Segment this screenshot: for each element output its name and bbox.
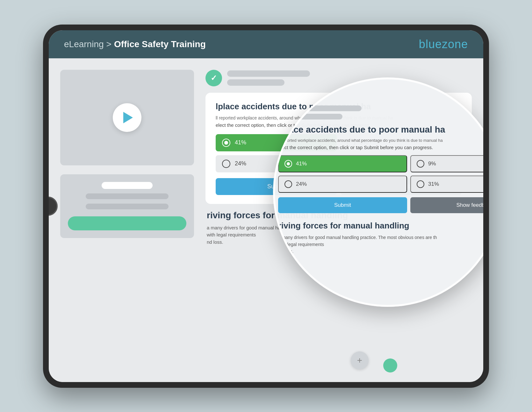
mag-check-circle: ✓ bbox=[278, 105, 293, 120]
mag-bar-medium bbox=[298, 114, 342, 119]
video-block[interactable] bbox=[60, 70, 194, 165]
check-bar-medium-1 bbox=[227, 79, 284, 86]
radio-24-bg bbox=[222, 160, 230, 168]
lower-text-line3: nd loss. bbox=[207, 239, 223, 245]
mag-radio-9 bbox=[417, 160, 424, 168]
green-indicator-circle bbox=[383, 358, 397, 372]
play-icon bbox=[123, 112, 133, 123]
mag-submit-button[interactable]: Submit bbox=[278, 197, 407, 213]
green-progress-bar[interactable] bbox=[68, 216, 186, 230]
magnify-content: ✓ lplace accidents due to poor manual ha… bbox=[273, 98, 483, 262]
tablet-screen: eLearning > Office Safety Training bluez… bbox=[49, 30, 483, 382]
mag-option-41[interactable]: 41% bbox=[278, 155, 407, 172]
mag-option-9[interactable]: 9% bbox=[410, 155, 483, 172]
breadcrumb-separator: > bbox=[106, 39, 111, 49]
play-button[interactable] bbox=[113, 103, 141, 132]
mag-text-line1: a many drivers for good manual handling … bbox=[278, 235, 437, 240]
mag-option-24-label: 24% bbox=[296, 181, 307, 187]
mag-text-line2: with legal requirements bbox=[278, 242, 324, 247]
mag-checkmark-icon: ✓ bbox=[283, 108, 289, 117]
option-24-label-bg: 24% bbox=[235, 160, 246, 167]
mag-quiz-options: 41% 9% 24% 31% bbox=[278, 155, 483, 193]
text-block bbox=[60, 174, 194, 238]
mag-quiz-actions: Submit Show feedback bbox=[278, 197, 483, 213]
check-bar-group-1 bbox=[227, 70, 310, 86]
mag-check-row: ✓ bbox=[278, 105, 483, 120]
check-row-1: ✓ bbox=[205, 70, 472, 86]
mag-text-line3: nd loss. bbox=[278, 249, 293, 254]
checkmark-icon-1: ✓ bbox=[211, 74, 217, 83]
brand-logo: bluezone bbox=[419, 38, 468, 51]
mag-option-31-label: 31% bbox=[428, 181, 439, 187]
radio-41-bg bbox=[222, 139, 230, 147]
header-bar: eLearning > Office Safety Training bluez… bbox=[49, 30, 483, 58]
mag-quiz-instruction: elect the correct option, then click or … bbox=[278, 145, 483, 150]
plus-button[interactable]: + bbox=[351, 351, 369, 369]
main-content: ✓ lplace accidents due to poor manual ha… bbox=[49, 58, 483, 382]
mag-option-24[interactable]: 24% bbox=[278, 176, 407, 193]
check-bar-wide-1 bbox=[227, 70, 310, 77]
mag-radio-31 bbox=[417, 180, 424, 188]
mag-quiz-title: lplace accidents due to poor manual ha bbox=[278, 125, 483, 135]
mag-bar-wide bbox=[298, 105, 362, 111]
tablet-frame: eLearning > Office Safety Training bluez… bbox=[43, 25, 489, 388]
mag-option-31[interactable]: 31% bbox=[410, 176, 483, 193]
lower-text-line2: with legal requirements bbox=[207, 232, 256, 237]
left-panel bbox=[60, 70, 194, 371]
text-placeholder-long bbox=[86, 193, 169, 199]
mag-radio-24 bbox=[284, 180, 292, 188]
mag-feedback-button[interactable]: Show feedback bbox=[410, 197, 483, 213]
mag-quiz-desc: ll reported workplace accidents, around … bbox=[278, 138, 483, 143]
mag-option-41-label: 41% bbox=[296, 161, 307, 167]
mag-option-9-label: 9% bbox=[428, 161, 436, 167]
text-placeholder-short bbox=[102, 182, 153, 189]
mag-bar-group bbox=[298, 105, 362, 119]
breadcrumb-elearning: eLearning bbox=[64, 39, 104, 49]
mag-lower-title: riving forces for manual handling bbox=[278, 221, 483, 231]
breadcrumb-current: Office Safety Training bbox=[114, 39, 206, 49]
option-41-label-bg: 41% bbox=[235, 139, 246, 146]
mag-lower-text: a many drivers for good manual handling … bbox=[278, 234, 483, 255]
breadcrumb: eLearning > Office Safety Training bbox=[64, 39, 206, 49]
check-circle-1: ✓ bbox=[205, 70, 222, 86]
text-placeholder-long2 bbox=[86, 204, 169, 209]
mag-radio-41 bbox=[284, 160, 292, 168]
